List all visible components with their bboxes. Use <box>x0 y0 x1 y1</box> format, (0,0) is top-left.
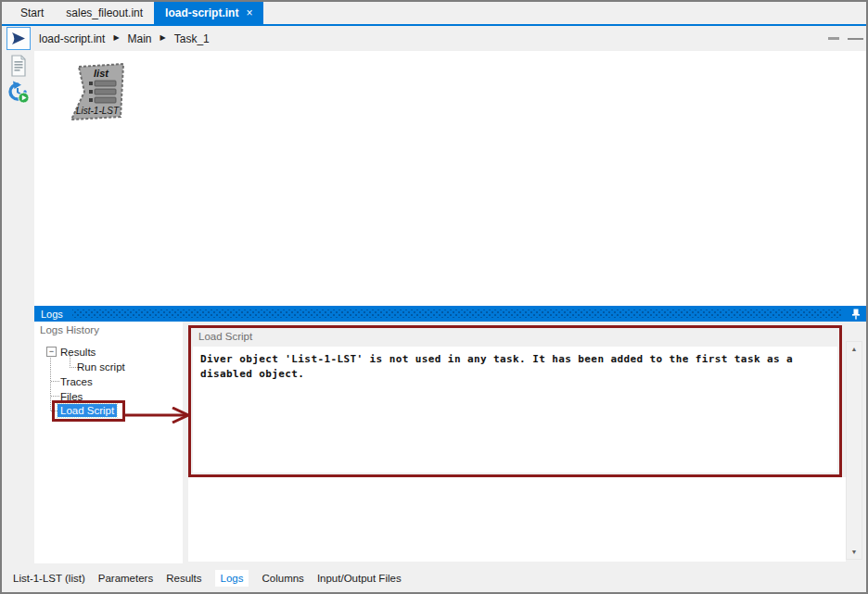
tab-load-script-label: load-script.int <box>165 6 238 19</box>
log-text-area[interactable]: Diver object 'List-1-LST' is not used in… <box>193 347 837 473</box>
log-message: Diver object 'List-1-LST' is not used in… <box>200 352 812 382</box>
app-root: Start sales_fileout.int load-script.int … <box>2 2 866 592</box>
log-area-extension <box>188 477 846 562</box>
pin-icon <box>851 309 861 320</box>
tab-logs-label: Logs <box>221 573 244 584</box>
log-message-line: disabled object. <box>200 367 812 382</box>
screenshot-stage: Start sales_fileout.int load-script.int … <box>0 0 868 594</box>
tab-list-object[interactable]: List-1-LST (list) <box>13 573 85 584</box>
tab-list-object-label: List-1-LST (list) <box>13 573 85 584</box>
breadcrumb: load-script.int ▶ Main ▶ Task_1 <box>39 26 210 51</box>
script-document-icon <box>9 55 28 77</box>
splitter-line <box>848 38 863 40</box>
load-script-panel-title: Load Script <box>198 331 252 342</box>
tab-columns-label: Columns <box>262 573 303 584</box>
tab-results[interactable]: Results <box>166 573 201 584</box>
diver-list-object[interactable]: list List-1-LST <box>65 62 126 127</box>
tab-load-script[interactable]: load-script.int × <box>154 2 263 24</box>
log-scrollbar[interactable]: ▲ ▼ <box>846 341 862 560</box>
log-message-line: Diver object 'List-1-LST' is not used in… <box>200 352 812 367</box>
breadcrumb-item-file[interactable]: load-script.int <box>39 32 105 45</box>
tree-item-traces-label: Traces <box>60 376 93 387</box>
run-history-button[interactable] <box>2 81 34 104</box>
tree-connector-line <box>51 381 59 382</box>
tab-parameters[interactable]: Parameters <box>98 573 153 584</box>
tab-parameters-label: Parameters <box>98 573 153 584</box>
breadcrumb-item-task[interactable]: Task_1 <box>174 32 210 45</box>
tool-sidebar <box>2 51 34 563</box>
tree-item-traces[interactable]: Traces <box>60 374 93 389</box>
breadcrumb-item-main[interactable]: Main <box>128 32 152 45</box>
logs-history-panel: Logs History − Results Run script Traces <box>34 322 183 563</box>
script-document-button[interactable] <box>2 55 34 77</box>
list-object-type-label: list <box>94 68 109 79</box>
logs-history-title: Logs History <box>40 324 99 335</box>
bottom-tab-bar: List-1-LST (list) Parameters Results Log… <box>2 563 866 592</box>
tree-connector-line <box>50 358 51 411</box>
document-tab-bar: Start sales_fileout.int load-script.int … <box>2 2 866 24</box>
breadcrumb-separator-icon: ▶ <box>113 33 119 42</box>
logs-panel-titlebar[interactable]: Logs <box>34 306 866 322</box>
run-button[interactable] <box>6 27 31 50</box>
tab-input-output-files[interactable]: Input/Output Files <box>317 573 402 584</box>
tab-results-label: Results <box>166 573 201 584</box>
scroll-down-icon[interactable]: ▼ <box>847 545 862 559</box>
logs-panel-title: Logs <box>34 309 63 320</box>
tab-input-output-files-label: Input/Output Files <box>317 573 402 584</box>
logs-panel-body: Logs History − Results Run script Traces <box>34 322 866 563</box>
tree-item-run-script[interactable]: Run script <box>77 360 125 374</box>
splitter-handle-icon[interactable] <box>828 37 839 40</box>
tree-item-load-script[interactable]: Load Script <box>57 403 117 418</box>
breadcrumb-separator-icon: ▶ <box>160 33 166 42</box>
tree-item-files-label: Files <box>60 391 83 402</box>
tree-connector-line <box>51 396 59 397</box>
tree-item-load-script-label: Load Script <box>57 404 117 417</box>
close-icon[interactable]: × <box>246 7 252 19</box>
run-history-icon <box>6 81 30 104</box>
tab-sales-fileout[interactable]: sales_fileout.int <box>55 2 154 24</box>
breadcrumb-toolbar: load-script.int ▶ Main ▶ Task_1 <box>2 26 866 51</box>
tree-collapse-icon[interactable]: − <box>46 347 57 357</box>
workbench-window: Start sales_fileout.int load-script.int … <box>0 0 868 594</box>
tab-logs[interactable]: Logs <box>215 570 249 587</box>
tab-start-label: Start <box>20 6 44 19</box>
load-script-log-panel: Load Script Diver object 'List-1-LST' is… <box>188 325 842 477</box>
tree-item-results-label: Results <box>60 347 96 358</box>
list-object-name-label: List-1-LST <box>76 106 120 116</box>
run-play-icon <box>9 30 28 47</box>
logs-titlebar-texture <box>72 310 842 318</box>
tree-item-files[interactable]: Files <box>60 389 83 404</box>
task-canvas[interactable]: list List-1-LST <box>34 51 866 306</box>
tab-start[interactable]: Start <box>9 2 55 24</box>
scroll-up-icon[interactable]: ▲ <box>847 342 862 356</box>
tree-item-results[interactable]: Results <box>60 345 96 360</box>
pin-button[interactable] <box>851 309 866 320</box>
tab-columns[interactable]: Columns <box>262 573 303 584</box>
tab-sales-fileout-label: sales_fileout.int <box>66 6 143 19</box>
tree-item-run-script-label: Run script <box>77 361 125 373</box>
